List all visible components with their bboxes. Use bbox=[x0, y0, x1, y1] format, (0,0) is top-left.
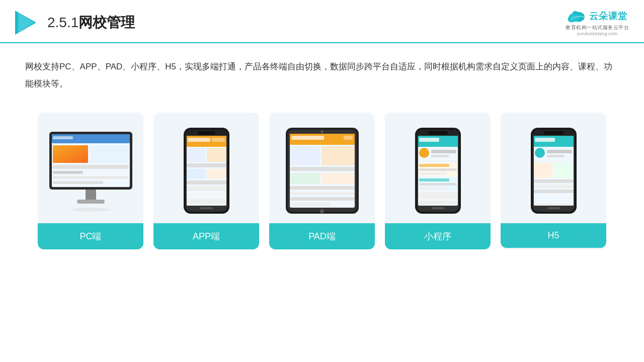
svg-rect-28 bbox=[188, 138, 210, 142]
h5-image-area bbox=[501, 113, 606, 223]
pc-device bbox=[47, 129, 135, 212]
svg-rect-46 bbox=[344, 136, 353, 140]
svg-rect-38 bbox=[187, 199, 226, 204]
svg-rect-74 bbox=[419, 183, 457, 186]
svg-rect-34 bbox=[207, 169, 226, 179]
miniapp-image-area bbox=[385, 113, 491, 223]
logo-area: 云朵课堂 教育机构一站式服务云平台 yunduoketang.com bbox=[566, 9, 629, 36]
card-pad: PAD端 bbox=[269, 113, 375, 249]
pad-device bbox=[283, 127, 361, 215]
logo-tagline: 教育机构一站式服务云平台 bbox=[566, 24, 629, 31]
svg-rect-20 bbox=[77, 200, 105, 204]
page: 2.5.1网校管理 云朵课堂 教育机构一站式服务云平台 yunduoketang… bbox=[0, 0, 644, 362]
svg-rect-65 bbox=[431, 150, 456, 153]
pc-label: PC端 bbox=[38, 223, 143, 249]
svg-rect-61 bbox=[428, 131, 448, 135]
logo-cloud: 云朵课堂 bbox=[567, 9, 627, 23]
svg-rect-91 bbox=[554, 163, 574, 178]
card-miniapp: 小程序 bbox=[385, 113, 491, 249]
svg-rect-45 bbox=[291, 136, 324, 140]
play-icon bbox=[15, 11, 39, 35]
h5-label: H5 bbox=[501, 223, 606, 248]
svg-rect-35 bbox=[187, 180, 226, 185]
svg-rect-93 bbox=[534, 185, 574, 188]
svg-point-43 bbox=[320, 130, 324, 133]
miniapp-device bbox=[414, 127, 462, 215]
svg-rect-47 bbox=[290, 146, 320, 165]
svg-rect-13 bbox=[53, 145, 88, 163]
app-label: APP端 bbox=[153, 223, 259, 249]
svg-rect-31 bbox=[207, 148, 226, 162]
svg-rect-15 bbox=[53, 165, 129, 169]
svg-rect-26 bbox=[198, 131, 215, 135]
svg-rect-53 bbox=[290, 192, 355, 195]
svg-rect-49 bbox=[290, 167, 355, 171]
svg-rect-36 bbox=[187, 186, 226, 191]
svg-rect-14 bbox=[90, 145, 129, 163]
logo-url: yunduoketang.com bbox=[577, 31, 618, 36]
svg-rect-63 bbox=[419, 138, 439, 142]
svg-rect-85 bbox=[535, 138, 555, 142]
svg-rect-89 bbox=[534, 161, 574, 161]
pc-image-area bbox=[38, 113, 143, 223]
svg-rect-96 bbox=[534, 204, 574, 206]
app-device bbox=[183, 127, 230, 215]
svg-point-86 bbox=[535, 148, 545, 158]
svg-rect-18 bbox=[53, 181, 103, 184]
svg-rect-33 bbox=[187, 169, 205, 179]
svg-rect-30 bbox=[187, 148, 205, 162]
page-title: 2.5.1网校管理 bbox=[47, 13, 135, 32]
card-app: APP端 bbox=[153, 113, 259, 249]
svg-rect-66 bbox=[431, 155, 449, 157]
svg-rect-94 bbox=[534, 190, 574, 193]
header: 2.5.1网校管理 云朵课堂 教育机构一站式服务云平台 yunduoketang… bbox=[0, 0, 644, 43]
svg-rect-67 bbox=[418, 161, 458, 161]
svg-point-21 bbox=[70, 208, 111, 212]
svg-rect-19 bbox=[86, 190, 96, 201]
svg-rect-50 bbox=[290, 173, 320, 184]
svg-rect-75 bbox=[419, 187, 447, 190]
svg-rect-76 bbox=[418, 192, 458, 199]
svg-rect-70 bbox=[419, 168, 457, 171]
svg-rect-29 bbox=[212, 138, 225, 142]
svg-rect-77 bbox=[418, 201, 458, 205]
pad-image-area bbox=[269, 113, 375, 223]
svg-rect-71 bbox=[419, 172, 447, 175]
svg-rect-54 bbox=[290, 197, 355, 201]
svg-rect-97 bbox=[547, 207, 560, 209]
svg-rect-55 bbox=[290, 203, 330, 206]
description-text: 网校支持PC、APP、PAD、小程序、H5，实现多端打通，产品各终端自由切换，数… bbox=[0, 43, 644, 98]
svg-rect-83 bbox=[544, 131, 564, 135]
svg-rect-88 bbox=[547, 155, 565, 157]
app-image-area bbox=[153, 113, 259, 223]
svg-rect-95 bbox=[534, 195, 574, 202]
svg-rect-51 bbox=[321, 173, 355, 184]
logo-name: 云朵课堂 bbox=[589, 10, 627, 22]
svg-rect-16 bbox=[53, 171, 83, 174]
svg-rect-48 bbox=[321, 146, 355, 165]
svg-rect-37 bbox=[187, 193, 226, 198]
svg-rect-52 bbox=[290, 186, 355, 190]
svg-point-56 bbox=[320, 209, 324, 213]
svg-rect-92 bbox=[534, 179, 574, 183]
svg-rect-73 bbox=[419, 178, 449, 182]
svg-point-64 bbox=[419, 148, 429, 158]
svg-rect-78 bbox=[432, 207, 444, 209]
cloud-icon bbox=[567, 9, 586, 23]
svg-rect-90 bbox=[534, 163, 552, 178]
svg-rect-69 bbox=[419, 164, 449, 167]
card-pc: PC端 bbox=[38, 113, 143, 249]
h5-device bbox=[530, 127, 578, 215]
svg-rect-39 bbox=[200, 207, 213, 209]
svg-rect-87 bbox=[547, 150, 572, 153]
pad-label: PAD端 bbox=[269, 223, 375, 249]
miniapp-label: 小程序 bbox=[385, 223, 491, 249]
header-left: 2.5.1网校管理 bbox=[15, 11, 135, 35]
svg-rect-11 bbox=[53, 136, 73, 139]
svg-marker-1 bbox=[18, 13, 34, 33]
svg-rect-17 bbox=[53, 176, 129, 179]
svg-rect-32 bbox=[187, 163, 226, 167]
cards-container: PC端 bbox=[0, 98, 644, 264]
card-h5: H5 bbox=[501, 113, 606, 249]
